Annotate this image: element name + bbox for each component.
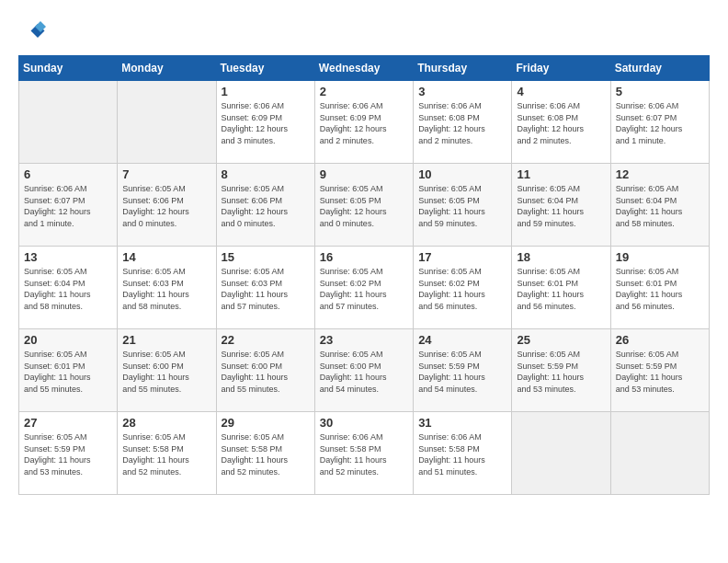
calendar-cell: 19Sunrise: 6:05 AM Sunset: 6:01 PM Dayli… xyxy=(610,247,709,329)
calendar-cell: 9Sunrise: 6:05 AM Sunset: 6:05 PM Daylig… xyxy=(314,164,413,247)
calendar-cell: 26Sunrise: 6:05 AM Sunset: 5:59 PM Dayli… xyxy=(610,329,709,412)
calendar-cell: 11Sunrise: 6:05 AM Sunset: 6:04 PM Dayli… xyxy=(512,164,610,247)
day-number: 25 xyxy=(517,333,605,347)
day-number: 1 xyxy=(222,85,310,98)
day-info: Sunrise: 6:06 AM Sunset: 5:58 PM Dayligh… xyxy=(418,431,506,477)
day-info: Sunrise: 6:05 AM Sunset: 6:00 PM Dayligh… xyxy=(122,349,210,395)
day-info: Sunrise: 6:05 AM Sunset: 6:05 PM Dayligh… xyxy=(418,183,506,229)
weekday-header-wednesday: Wednesday xyxy=(314,56,413,81)
day-number: 3 xyxy=(418,85,506,98)
calendar-cell xyxy=(512,412,610,495)
calendar-cell: 28Sunrise: 6:05 AM Sunset: 5:58 PM Dayli… xyxy=(118,412,216,495)
day-info: Sunrise: 6:05 AM Sunset: 5:59 PM Dayligh… xyxy=(616,349,704,395)
day-info: Sunrise: 6:05 AM Sunset: 6:01 PM Dayligh… xyxy=(517,266,605,312)
day-info: Sunrise: 6:05 AM Sunset: 5:59 PM Dayligh… xyxy=(517,349,605,395)
logo-icon xyxy=(18,18,46,46)
day-number: 2 xyxy=(320,85,408,98)
day-number: 10 xyxy=(418,167,506,181)
calendar-cell: 20Sunrise: 6:05 AM Sunset: 6:01 PM Dayli… xyxy=(19,329,118,412)
day-info: Sunrise: 6:05 AM Sunset: 6:01 PM Dayligh… xyxy=(616,266,704,312)
day-number: 15 xyxy=(222,250,310,264)
day-number: 27 xyxy=(24,416,112,430)
day-number: 7 xyxy=(122,167,210,181)
calendar-cell xyxy=(118,81,216,164)
calendar-cell: 14Sunrise: 6:05 AM Sunset: 6:03 PM Dayli… xyxy=(118,247,216,329)
calendar-cell: 25Sunrise: 6:05 AM Sunset: 5:59 PM Dayli… xyxy=(512,329,610,412)
day-info: Sunrise: 6:06 AM Sunset: 6:08 PM Dayligh… xyxy=(418,100,506,146)
day-info: Sunrise: 6:05 AM Sunset: 6:01 PM Dayligh… xyxy=(24,349,112,395)
day-number: 29 xyxy=(222,416,310,430)
day-info: Sunrise: 6:05 AM Sunset: 6:05 PM Dayligh… xyxy=(320,183,408,229)
day-number: 18 xyxy=(517,250,605,264)
day-info: Sunrise: 6:06 AM Sunset: 5:58 PM Dayligh… xyxy=(320,431,408,477)
calendar-cell: 5Sunrise: 6:06 AM Sunset: 6:07 PM Daylig… xyxy=(610,81,709,164)
weekday-header-tuesday: Tuesday xyxy=(216,56,314,81)
page-header xyxy=(18,18,710,46)
day-info: Sunrise: 6:05 AM Sunset: 6:03 PM Dayligh… xyxy=(222,266,310,312)
calendar-week-1: 1Sunrise: 6:06 AM Sunset: 6:09 PM Daylig… xyxy=(19,81,710,164)
day-info: Sunrise: 6:05 AM Sunset: 5:59 PM Dayligh… xyxy=(24,431,112,477)
calendar-cell: 17Sunrise: 6:05 AM Sunset: 6:02 PM Dayli… xyxy=(414,247,512,329)
day-number: 13 xyxy=(24,250,112,264)
day-number: 21 xyxy=(122,333,210,347)
day-info: Sunrise: 6:06 AM Sunset: 6:09 PM Dayligh… xyxy=(222,100,310,146)
day-info: Sunrise: 6:06 AM Sunset: 6:09 PM Dayligh… xyxy=(320,100,408,146)
day-info: Sunrise: 6:05 AM Sunset: 5:58 PM Dayligh… xyxy=(222,431,310,477)
day-info: Sunrise: 6:05 AM Sunset: 6:06 PM Dayligh… xyxy=(222,183,310,229)
day-info: Sunrise: 6:06 AM Sunset: 6:08 PM Dayligh… xyxy=(517,100,605,146)
day-number: 30 xyxy=(320,416,408,430)
calendar-week-2: 6Sunrise: 6:06 AM Sunset: 6:07 PM Daylig… xyxy=(19,164,710,247)
day-number: 24 xyxy=(418,333,506,347)
calendar-cell: 27Sunrise: 6:05 AM Sunset: 5:59 PM Dayli… xyxy=(19,412,118,495)
day-number: 14 xyxy=(122,250,210,264)
calendar-cell: 6Sunrise: 6:06 AM Sunset: 6:07 PM Daylig… xyxy=(19,164,118,247)
calendar-cell: 10Sunrise: 6:05 AM Sunset: 6:05 PM Dayli… xyxy=(414,164,512,247)
day-number: 11 xyxy=(517,167,605,181)
day-number: 12 xyxy=(616,167,704,181)
day-number: 9 xyxy=(320,167,408,181)
day-number: 5 xyxy=(616,85,704,98)
calendar-cell: 31Sunrise: 6:06 AM Sunset: 5:58 PM Dayli… xyxy=(414,412,512,495)
day-info: Sunrise: 6:06 AM Sunset: 6:07 PM Dayligh… xyxy=(616,100,704,146)
day-info: Sunrise: 6:05 AM Sunset: 6:04 PM Dayligh… xyxy=(517,183,605,229)
day-info: Sunrise: 6:05 AM Sunset: 6:06 PM Dayligh… xyxy=(122,183,210,229)
day-number: 16 xyxy=(320,250,408,264)
day-number: 17 xyxy=(418,250,506,264)
day-info: Sunrise: 6:05 AM Sunset: 6:00 PM Dayligh… xyxy=(320,349,408,395)
day-number: 8 xyxy=(222,167,310,181)
day-number: 31 xyxy=(418,416,506,430)
calendar-cell: 22Sunrise: 6:05 AM Sunset: 6:00 PM Dayli… xyxy=(216,329,314,412)
day-number: 19 xyxy=(616,250,704,264)
day-number: 26 xyxy=(616,333,704,347)
calendar-cell: 30Sunrise: 6:06 AM Sunset: 5:58 PM Dayli… xyxy=(314,412,413,495)
calendar-cell: 8Sunrise: 6:05 AM Sunset: 6:06 PM Daylig… xyxy=(216,164,314,247)
calendar-table: SundayMondayTuesdayWednesdayThursdayFrid… xyxy=(18,55,710,495)
weekday-header-friday: Friday xyxy=(512,56,610,81)
calendar-week-3: 13Sunrise: 6:05 AM Sunset: 6:04 PM Dayli… xyxy=(19,247,710,329)
calendar-cell: 2Sunrise: 6:06 AM Sunset: 6:09 PM Daylig… xyxy=(314,81,413,164)
calendar-cell: 3Sunrise: 6:06 AM Sunset: 6:08 PM Daylig… xyxy=(414,81,512,164)
calendar-cell: 7Sunrise: 6:05 AM Sunset: 6:06 PM Daylig… xyxy=(118,164,216,247)
day-number: 20 xyxy=(24,333,112,347)
day-info: Sunrise: 6:05 AM Sunset: 5:58 PM Dayligh… xyxy=(122,431,210,477)
day-number: 28 xyxy=(122,416,210,430)
calendar-cell: 24Sunrise: 6:05 AM Sunset: 5:59 PM Dayli… xyxy=(414,329,512,412)
weekday-header-monday: Monday xyxy=(118,56,216,81)
day-info: Sunrise: 6:05 AM Sunset: 6:00 PM Dayligh… xyxy=(222,349,310,395)
calendar-cell: 4Sunrise: 6:06 AM Sunset: 6:08 PM Daylig… xyxy=(512,81,610,164)
calendar-cell: 15Sunrise: 6:05 AM Sunset: 6:03 PM Dayli… xyxy=(216,247,314,329)
day-number: 22 xyxy=(222,333,310,347)
calendar-cell xyxy=(19,81,118,164)
day-info: Sunrise: 6:05 AM Sunset: 6:02 PM Dayligh… xyxy=(320,266,408,312)
calendar-cell: 29Sunrise: 6:05 AM Sunset: 5:58 PM Dayli… xyxy=(216,412,314,495)
day-info: Sunrise: 6:05 AM Sunset: 6:02 PM Dayligh… xyxy=(418,266,506,312)
calendar-week-5: 27Sunrise: 6:05 AM Sunset: 5:59 PM Dayli… xyxy=(19,412,710,495)
day-info: Sunrise: 6:05 AM Sunset: 6:03 PM Dayligh… xyxy=(122,266,210,312)
calendar-cell: 18Sunrise: 6:05 AM Sunset: 6:01 PM Dayli… xyxy=(512,247,610,329)
weekday-header-thursday: Thursday xyxy=(414,56,512,81)
day-number: 23 xyxy=(320,333,408,347)
day-info: Sunrise: 6:05 AM Sunset: 6:04 PM Dayligh… xyxy=(616,183,704,229)
logo xyxy=(18,18,51,46)
day-info: Sunrise: 6:05 AM Sunset: 5:59 PM Dayligh… xyxy=(418,349,506,395)
calendar-cell: 12Sunrise: 6:05 AM Sunset: 6:04 PM Dayli… xyxy=(610,164,709,247)
